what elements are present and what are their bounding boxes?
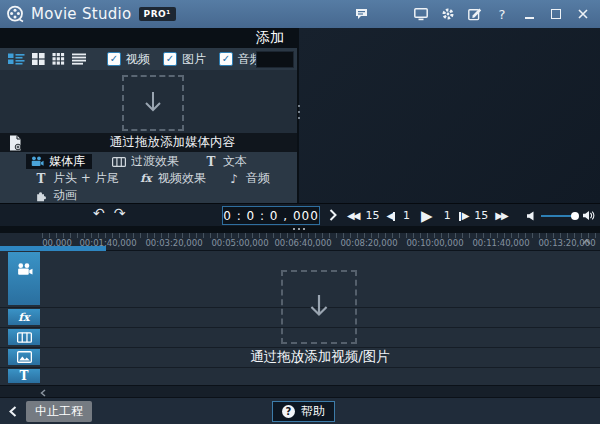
- tab-audio[interactable]: ♪ 音频: [227, 171, 270, 186]
- step-chevron-icon[interactable]: [329, 209, 337, 221]
- titlebar-actions: ?: [353, 6, 600, 22]
- filter-video-label: 视频: [126, 51, 150, 68]
- back-chevron-icon[interactable]: [9, 406, 17, 417]
- timecode-value: 0 : 0 : 0 , 000: [223, 209, 319, 223]
- camera-icon: [30, 156, 44, 167]
- timecode-display[interactable]: 0 : 0 : 0 , 000: [222, 206, 320, 225]
- media-panel: 添加: [0, 28, 297, 203]
- tab-intro-outro[interactable]: T 片头 + 片尾: [34, 171, 119, 186]
- checkbox-image[interactable]: ✓: [163, 52, 177, 66]
- volume-slider[interactable]: [541, 215, 577, 217]
- filter-image[interactable]: ✓ 图片: [163, 51, 206, 68]
- tab-animation-label: 动画: [53, 187, 77, 204]
- timeline-ruler[interactable]: 00,000 00:01:40,000 00:03:20,000 00:05:0…: [0, 233, 600, 251]
- transition-icon: [112, 157, 126, 167]
- edit-note-icon[interactable]: [467, 6, 483, 22]
- ruler-label: 00:11:40,000: [472, 238, 529, 248]
- abort-project-button[interactable]: 中止工程: [26, 401, 92, 422]
- help-button[interactable]: ? 帮助: [272, 401, 335, 422]
- tab-media-library[interactable]: 媒体库: [26, 154, 92, 169]
- question-circle-icon: ?: [282, 405, 295, 418]
- rewind-button[interactable]: ◀◀: [347, 210, 358, 221]
- add-media-header[interactable]: 添加: [0, 28, 297, 48]
- timeline-top-strip: [0, 226, 600, 233]
- titles-icon: T: [34, 172, 48, 186]
- tab-audio-label: 音频: [246, 170, 270, 187]
- media-dropzone-box: [122, 75, 184, 131]
- titlebar: Movie Studio PRO¹: [0, 0, 600, 28]
- app-title: Movie Studio: [31, 5, 132, 23]
- filter-input-box[interactable]: [256, 51, 294, 68]
- tab-transitions[interactable]: 过渡效果: [112, 154, 179, 169]
- step-forward-count: 1: [444, 209, 451, 222]
- step-back-button[interactable]: ◀: [386, 210, 396, 221]
- minimize-button[interactable]: [521, 6, 537, 22]
- view-rows-icon[interactable]: [72, 53, 87, 65]
- track-header-filmstrip[interactable]: [8, 329, 40, 345]
- fast-forward-button[interactable]: ▶▶: [495, 210, 506, 221]
- tab-intro-outro-label: 片头 + 片尾: [53, 170, 119, 187]
- close-button[interactable]: [575, 6, 591, 22]
- help-icon[interactable]: ?: [494, 6, 510, 22]
- view-grid-icon[interactable]: [52, 53, 65, 65]
- tab-animation[interactable]: 动画: [34, 188, 77, 203]
- media-tabs: 媒体库 过渡效果 T 文本 T 片头 + 片尾 fx: [0, 152, 297, 203]
- ruler-label: 00:06:40,000: [274, 238, 331, 248]
- undo-button[interactable]: ↶: [93, 205, 105, 221]
- volume-knob[interactable]: [571, 212, 579, 220]
- bottom-bar: 中止工程 ? 帮助: [0, 397, 600, 424]
- media-dropzone-hint: 通过拖放添加媒体内容: [22, 134, 297, 151]
- tab-transitions-label: 过渡效果: [131, 153, 179, 170]
- movie-studio-window: Movie Studio PRO¹: [0, 0, 600, 424]
- maximize-button[interactable]: [548, 6, 564, 22]
- track-header-video[interactable]: [8, 252, 40, 305]
- timeline-dropzone-hint: 通过拖放添加视频/图片: [150, 348, 490, 366]
- timeline-dropzone[interactable]: [281, 270, 357, 344]
- scroll-up-icon[interactable]: [582, 239, 591, 245]
- filmstrip-icon: [17, 332, 32, 343]
- step-forward-button[interactable]: ▶: [458, 210, 468, 221]
- timeline-splitter-handle[interactable]: [293, 228, 305, 230]
- text-icon: T: [204, 155, 218, 169]
- timeline-hscrollbar[interactable]: [0, 385, 600, 397]
- scroll-left-icon[interactable]: [40, 389, 46, 397]
- track-row-text[interactable]: T: [0, 368, 600, 385]
- track-header-image[interactable]: [8, 349, 40, 365]
- settings-gear-icon[interactable]: [440, 6, 456, 22]
- camera-icon: [16, 263, 33, 276]
- puzzle-icon: [34, 190, 48, 202]
- import-file-icon[interactable]: [8, 135, 22, 151]
- tab-text-label: 文本: [223, 153, 247, 170]
- help-button-label: 帮助: [301, 403, 325, 420]
- media-dropzone[interactable]: [0, 70, 297, 133]
- rewind-count: 15: [365, 209, 379, 222]
- media-toolbar: ✓ 视频 ✓ 图片 ✓ 音频: [0, 48, 297, 70]
- ruler-label: 00:10:00,000: [406, 238, 463, 248]
- view-list-thumbs-icon[interactable]: [8, 53, 25, 65]
- app-logo-icon: [6, 5, 24, 23]
- feedback-icon[interactable]: [353, 6, 369, 22]
- image-icon: [17, 351, 32, 363]
- forward-count: 15: [474, 209, 488, 222]
- track-header-fx[interactable]: fx: [8, 309, 40, 325]
- panel-splitter-handle[interactable]: [298, 105, 300, 119]
- redo-button[interactable]: ↷: [114, 205, 126, 221]
- fx-icon: fx: [139, 172, 153, 185]
- tab-media-library-label: 媒体库: [49, 153, 85, 170]
- pro-badge: PRO¹: [139, 7, 176, 21]
- checkbox-audio[interactable]: ✓: [219, 52, 233, 66]
- tab-video-effects[interactable]: fx 视频效果: [139, 171, 206, 186]
- speaker-loud-icon[interactable]: [583, 210, 595, 221]
- checkbox-video[interactable]: ✓: [107, 52, 121, 66]
- tab-text[interactable]: T 文本: [204, 154, 247, 169]
- video-preview-panel: [297, 28, 600, 203]
- view-tiles-icon[interactable]: [32, 53, 45, 65]
- filter-video[interactable]: ✓ 视频: [107, 51, 150, 68]
- ruler-label: 00:05:00,000: [211, 238, 268, 248]
- step-back-count: 1: [403, 209, 410, 222]
- timeline-tracks: fx T 通过拖放添加视频: [0, 251, 600, 385]
- speaker-low-icon[interactable]: [527, 211, 535, 221]
- play-button[interactable]: ▶: [421, 207, 433, 225]
- display-icon[interactable]: [413, 6, 429, 22]
- track-header-text[interactable]: T: [8, 369, 40, 383]
